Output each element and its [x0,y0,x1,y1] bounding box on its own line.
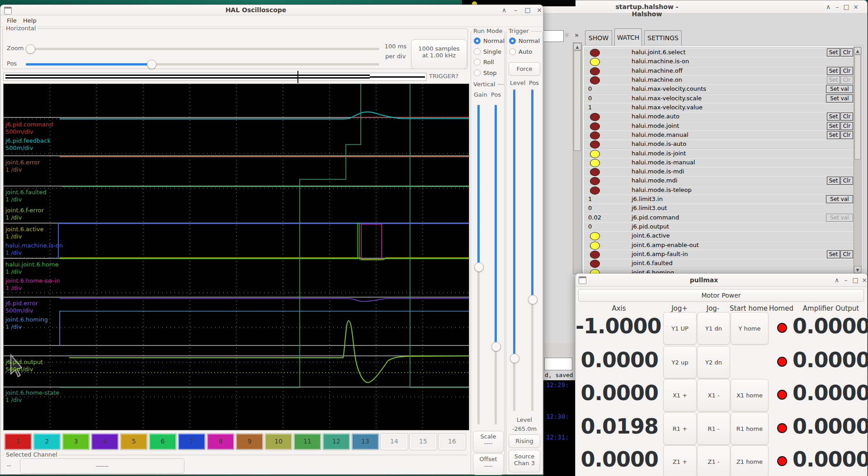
chevron-right-icon[interactable]: » [575,31,579,39]
scroll-up-icon[interactable]: ▲ [854,47,861,54]
jog-plus-button[interactable]: R1 + [663,412,697,445]
set-button[interactable]: Set [827,131,840,139]
channel-button-3[interactable]: 3 [62,433,90,450]
start-home-button[interactable]: Y home [731,312,769,345]
jog-minus-button[interactable]: X1 - [697,379,730,411]
capture-position-bar[interactable] [3,73,427,81]
channel-button-12[interactable]: 12 [322,433,350,450]
channel-button-16[interactable]: 16 [438,433,466,450]
scroll-up-icon[interactable]: ▲ [573,43,581,50]
scope-shade-button[interactable]: ∧ [500,6,508,14]
channel-button-10[interactable]: 10 [264,433,292,450]
zoom-slider[interactable] [26,48,379,50]
channel-button-6[interactable]: 6 [149,433,177,450]
jog-plus-button[interactable]: Y2 up [663,346,697,378]
halshow-titlebar[interactable]: startup.halshow - Halshow ∧ – □ × [541,0,867,14]
set-button[interactable]: Set [827,250,840,258]
background-entry-field[interactable] [544,358,572,370]
clr-button[interactable]: Clr [840,177,853,185]
scope-titlebar[interactable]: HAL Oscilloscope ∧ – □ × [0,5,543,15]
channel-button-5[interactable]: 5 [120,433,148,450]
set-button[interactable]: Set [827,48,840,56]
channel-button-7[interactable]: 7 [178,433,206,450]
tab-settings[interactable]: SETTINGS [644,30,682,46]
clr-button[interactable]: Clr [840,122,853,130]
vertical-offset-button[interactable]: Offset ---- [473,453,504,475]
clr-button[interactable]: Clr [840,112,853,121]
trigger-level-handle[interactable] [510,354,519,363]
set-button[interactable]: Set [827,122,840,130]
set-button[interactable]: Set [827,177,840,185]
set-val-button[interactable]: Set val [826,195,853,203]
set-button[interactable]: Set [827,67,840,75]
halshow-search-input[interactable] [542,30,564,42]
channel-button-9[interactable]: 9 [236,433,264,450]
run-mode-radio-stop[interactable] [474,70,481,76]
clr-button[interactable]: Clr [840,48,853,56]
jog-plus-button[interactable]: Z1 + [663,445,697,476]
channel-button-1[interactable]: 1 [4,433,32,450]
clr-button[interactable]: Clr [840,76,853,84]
selected-channel-entry[interactable]: ------ [20,458,184,474]
run-mode-radio-roll[interactable] [474,59,481,65]
trigger-force-button[interactable]: Force [509,62,540,76]
menu-file[interactable]: File [7,17,17,24]
menu-help[interactable]: Help [23,17,37,24]
channel-button-4[interactable]: 4 [91,433,119,450]
jog-plus-button[interactable]: Y1 UP [663,312,697,345]
vertical-pos-slider[interactable] [495,105,497,425]
vertical-gain-handle[interactable] [474,262,484,272]
jog-minus-button[interactable]: Z1 - [697,445,730,476]
jog-minus-button[interactable]: R1 - [697,412,730,445]
start-home-button[interactable]: R1 home [731,412,769,445]
watch-list-scrollbar[interactable]: ▲ ▼ [854,47,862,274]
jog-minus-button[interactable]: Y1 dn [697,312,730,345]
run-mode-radio-single[interactable] [474,48,481,55]
channel-button-13[interactable]: 13 [351,433,379,450]
run-mode-radio-normal[interactable] [474,37,481,44]
halshow-minimize-button[interactable]: – [834,3,841,10]
clr-button[interactable]: Clr [840,250,853,258]
zoom-slider-handle[interactable] [26,44,35,54]
trigger-edge-button[interactable]: Rising [509,434,540,448]
set-val-button[interactable]: Set val [826,214,853,222]
scroll-down-icon[interactable]: ▼ [854,266,861,273]
scope-minimize-button[interactable]: – [512,6,519,14]
jog-plus-button[interactable]: X1 + [663,379,697,411]
vertical-pos-handle[interactable] [491,342,501,351]
scrollbar-thumb[interactable] [854,55,861,159]
scope-maximize-button[interactable]: □ [524,6,531,14]
channel-button-14[interactable]: 14 [380,433,408,450]
scope-screen[interactable]: j6.pid.command500m/divj6.pid.feedback500… [3,84,469,430]
trigger-level-slider[interactable] [513,89,515,411]
trigger-source-button[interactable]: Source Chan 3 [509,450,540,472]
trigger-pos-handle[interactable] [528,295,538,304]
trigger-pos-slider[interactable] [531,89,533,411]
tab-watch[interactable]: WATCH [614,28,642,46]
tab-show[interactable]: SHOW [585,30,612,46]
pos-slider-handle[interactable] [147,60,156,69]
horizontal-pos-slider[interactable] [26,63,379,65]
start-home-button[interactable]: X1 home [731,379,769,411]
channel-button-11[interactable]: 11 [293,433,321,450]
trigger-radio-normal[interactable] [509,37,516,44]
start-home-button[interactable]: Z1 home [731,445,769,476]
clr-button[interactable]: Clr [840,67,853,75]
halshow-close-button[interactable]: × [852,3,859,10]
gear-icon[interactable]: ☼ [564,31,570,39]
halshow-maximize-button[interactable]: □ [843,3,850,10]
set-val-button[interactable]: Set val [826,94,853,103]
set-val-button[interactable]: Set val [826,85,853,93]
samples-rate-button[interactable]: 1000 samples at 1.00 kHz [411,39,467,69]
clr-button[interactable]: Clr [840,131,853,139]
trigger-radio-auto[interactable] [509,48,516,55]
halshow-left-scrollbar[interactable]: ▲ [573,42,582,274]
set-button[interactable]: Set [827,112,840,121]
jog-minus-button[interactable]: Y2 dn [697,346,730,378]
channel-button-15[interactable]: 15 [409,433,437,450]
channel-button-2[interactable]: 2 [33,433,61,450]
channel-button-8[interactable]: 8 [207,433,235,450]
set-button[interactable]: Set [827,76,840,84]
halshow-shade-button[interactable]: ∧ [825,3,832,10]
scrollbar-thumb[interactable] [574,51,581,151]
